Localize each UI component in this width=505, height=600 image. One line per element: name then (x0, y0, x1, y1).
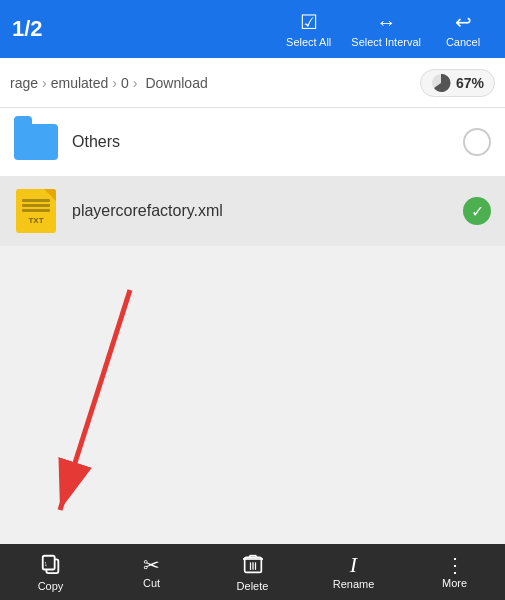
breadcrumb-rage[interactable]: rage (10, 75, 38, 91)
file-list: Others TXT playercorefactory.xml ✓ (0, 108, 505, 246)
breadcrumb-0[interactable]: 0 (121, 75, 129, 91)
more-button[interactable]: ⋮ More (404, 544, 505, 600)
delete-icon (243, 553, 263, 578)
delete-button[interactable]: Delete (202, 544, 303, 600)
cut-icon: ✂ (143, 555, 160, 575)
select-all-label: Select All (286, 36, 331, 48)
copy-icon: 1 (40, 553, 62, 578)
cut-button[interactable]: ✂ Cut (101, 544, 202, 600)
header-actions: ☑ Select All ↔ Select Interval ↩ Cancel (278, 6, 493, 52)
breadcrumb-download[interactable]: Download (145, 75, 207, 91)
breadcrumb-emulated[interactable]: emulated (51, 75, 109, 91)
storage-badge: 67% (420, 69, 495, 97)
xml-file-name: playercorefactory.xml (72, 202, 463, 220)
delete-label: Delete (237, 580, 269, 592)
breadcrumb-arrow-2: › (112, 75, 117, 91)
select-all-icon: ☑ (300, 10, 318, 34)
cut-label: Cut (143, 577, 160, 589)
select-interval-icon: ↔ (376, 11, 396, 34)
header-bar: 1/2 ☑ Select All ↔ Select Interval ↩ Can… (0, 0, 505, 58)
more-label: More (442, 577, 467, 589)
more-icon: ⋮ (445, 555, 465, 575)
breadcrumb-arrow-1: › (42, 75, 47, 91)
file-counter: 1/2 (12, 16, 278, 42)
folder-name: Others (72, 133, 463, 151)
select-interval-button[interactable]: ↔ Select Interval (343, 6, 429, 52)
cancel-label: Cancel (446, 36, 480, 48)
rename-button[interactable]: I Rename (303, 544, 404, 600)
select-interval-label: Select Interval (351, 36, 421, 48)
xml-file-icon: TXT (14, 189, 58, 233)
selection-radio[interactable] (463, 128, 491, 156)
breadcrumb-arrow-3: › (133, 75, 138, 91)
list-item[interactable]: TXT playercorefactory.xml ✓ (0, 177, 505, 246)
cancel-icon: ↩ (455, 10, 472, 34)
bottom-toolbar: 1 Copy ✂ Cut Delete I Rename ⋮ More (0, 544, 505, 600)
storage-percent: 67% (456, 75, 484, 91)
cancel-button[interactable]: ↩ Cancel (433, 6, 493, 52)
copy-button[interactable]: 1 Copy (0, 544, 101, 600)
rename-label: Rename (333, 578, 375, 590)
list-item[interactable]: Others (0, 108, 505, 177)
rename-icon: I (350, 554, 357, 576)
selection-check[interactable]: ✓ (463, 197, 491, 225)
empty-area (0, 246, 505, 526)
storage-pie-icon (431, 73, 451, 93)
breadcrumb-bar: rage › emulated › 0 › Download 67% (0, 58, 505, 108)
select-all-button[interactable]: ☑ Select All (278, 6, 339, 52)
folder-icon (14, 120, 58, 164)
copy-label: Copy (38, 580, 64, 592)
